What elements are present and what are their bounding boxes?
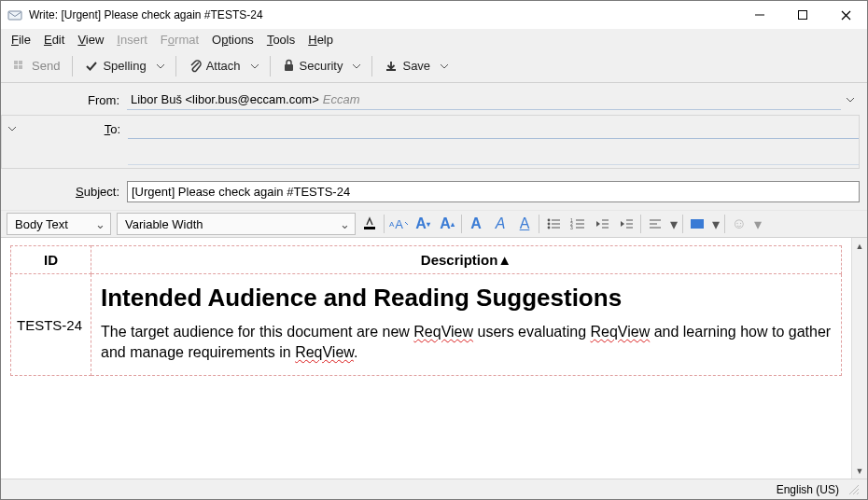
svg-point-15 <box>548 227 551 229</box>
text-color-button[interactable] <box>360 214 379 234</box>
toolbar-sep <box>371 56 372 76</box>
message-body[interactable]: ID Description▲ TESTS-24 Intended Audien… <box>1 238 851 479</box>
row-paragraph: The target audience for this document ar… <box>101 322 832 362</box>
security-button[interactable]: Security <box>277 55 349 76</box>
close-button[interactable] <box>824 1 867 29</box>
increase-font-button[interactable]: A▴ <box>438 214 456 234</box>
svg-rect-10 <box>364 227 375 229</box>
svg-point-11 <box>548 219 551 222</box>
security-label: Security <box>300 59 343 73</box>
scroll-down-icon[interactable]: ▼ <box>852 463 867 479</box>
vertical-scrollbar[interactable]: ▲ ▼ <box>851 238 867 479</box>
svg-line-35 <box>857 493 859 494</box>
from-identity: Libor Buš <libor.bus@eccam.com> <box>131 92 319 106</box>
spelling-button[interactable]: Spelling <box>79 55 151 76</box>
menu-format[interactable]: Format <box>154 32 205 48</box>
col-description: Description▲ <box>91 246 842 274</box>
check-icon <box>85 60 98 73</box>
svg-rect-7 <box>14 65 18 69</box>
chevron-down-icon: ⌄ <box>93 217 106 231</box>
resize-grip-icon[interactable] <box>847 482 861 497</box>
toolbar-sep <box>175 56 176 76</box>
from-row: From: Libor Buš <libor.bus@eccam.com> Ec… <box>1 87 860 113</box>
align-dropdown[interactable]: ▾ <box>670 215 678 233</box>
window-titlebar: Write: [Urgent] Please check again #TEST… <box>1 1 867 29</box>
italic-button[interactable]: A <box>491 214 510 234</box>
menu-insert[interactable]: Insert <box>110 32 154 48</box>
from-dropdown[interactable] <box>841 95 860 104</box>
menu-file[interactable]: File <box>5 32 37 48</box>
lock-icon <box>283 59 295 73</box>
spelling-dropdown[interactable] <box>152 62 169 70</box>
bold-button[interactable]: A <box>467 214 485 234</box>
download-icon <box>385 60 398 73</box>
col-id: ID <box>11 246 91 274</box>
numbered-list-button[interactable]: 123 <box>568 214 587 234</box>
font-size-chooser[interactable]: AA <box>389 214 408 234</box>
subject-row: Subject: <box>1 178 860 204</box>
maximize-button[interactable] <box>781 1 824 29</box>
paragraph-style-combo[interactable]: Body Text ⌄ <box>7 213 111 235</box>
font-family-value: Variable Width <box>125 217 338 231</box>
emoji-dropdown[interactable]: ▾ <box>754 215 762 233</box>
window-controls <box>738 1 867 29</box>
svg-text:3: 3 <box>570 225 573 230</box>
save-dropdown[interactable] <box>436 62 453 70</box>
menubar: File Edit View Insert Format Options Too… <box>1 29 867 49</box>
menu-edit[interactable]: Edit <box>37 32 71 48</box>
decrease-font-button[interactable]: A▾ <box>413 214 432 234</box>
from-account: Eccam <box>323 92 360 106</box>
menu-help[interactable]: Help <box>301 32 340 48</box>
spelling-label: Spelling <box>103 59 146 73</box>
paragraph-style-value: Body Text <box>15 217 93 231</box>
svg-rect-5 <box>14 61 18 64</box>
send-button[interactable]: Send <box>7 55 65 77</box>
minimize-button[interactable] <box>738 1 781 29</box>
from-identity-picker[interactable]: Libor Buš <libor.bus@eccam.com> Eccam <box>127 90 841 110</box>
recipients-expand[interactable] <box>2 116 22 142</box>
window-title: Write: [Urgent] Please check again #TEST… <box>29 8 738 21</box>
format-toolbar: Body Text ⌄ Variable Width ⌄ AA A▾ A▴ A … <box>1 210 867 238</box>
row-heading: Intended Audience and Reading Suggestion… <box>101 284 832 312</box>
attach-dropdown[interactable] <box>246 62 263 70</box>
chevron-down-icon: ⌄ <box>338 217 351 231</box>
toolbar-sep <box>270 56 271 76</box>
cell-description[interactable]: Intended Audience and Reading Suggestion… <box>91 274 842 376</box>
send-icon <box>12 59 27 74</box>
menu-view[interactable]: View <box>71 32 110 48</box>
send-label: Send <box>32 59 60 73</box>
svg-rect-9 <box>285 64 293 71</box>
insert-object-dropdown[interactable]: ▾ <box>712 215 720 233</box>
indent-button[interactable] <box>617 214 636 234</box>
insert-object-button[interactable] <box>688 214 707 234</box>
editor-area: ID Description▲ TESTS-24 Intended Audien… <box>1 238 867 479</box>
menu-tools[interactable]: Tools <box>260 32 301 48</box>
svg-rect-0 <box>8 11 21 20</box>
attach-button[interactable]: Attach <box>183 55 246 77</box>
svg-rect-8 <box>19 65 22 69</box>
scroll-up-icon[interactable]: ▲ <box>852 238 867 254</box>
attach-label: Attach <box>206 59 241 73</box>
outdent-button[interactable] <box>593 214 611 234</box>
subject-input[interactable] <box>127 181 860 202</box>
security-dropdown[interactable] <box>348 62 365 70</box>
svg-rect-6 <box>19 61 22 64</box>
table-row: TESTS-24 Intended Audience and Reading S… <box>11 274 842 376</box>
from-label: From: <box>1 93 127 107</box>
svg-rect-32 <box>691 219 704 229</box>
align-button[interactable] <box>646 214 665 234</box>
to-input[interactable] <box>128 118 859 139</box>
cell-id[interactable]: TESTS-24 <box>11 274 91 376</box>
bullet-list-button[interactable] <box>544 214 563 234</box>
font-family-combo[interactable]: Variable Width ⌄ <box>117 213 356 235</box>
underline-button[interactable]: A <box>515 214 534 234</box>
table-header-row: ID Description▲ <box>11 246 842 274</box>
compose-headers: From: Libor Buš <libor.bus@eccam.com> Ec… <box>1 83 867 210</box>
menu-options[interactable]: Options <box>205 32 260 48</box>
language-indicator[interactable]: English (US) <box>777 483 839 496</box>
save-button[interactable]: Save <box>379 55 436 76</box>
to-input-extra[interactable] <box>128 145 859 165</box>
statusbar: English (US) <box>1 479 867 499</box>
to-label[interactable]: To: <box>22 122 128 136</box>
emoji-button[interactable]: ☺ <box>730 214 749 234</box>
